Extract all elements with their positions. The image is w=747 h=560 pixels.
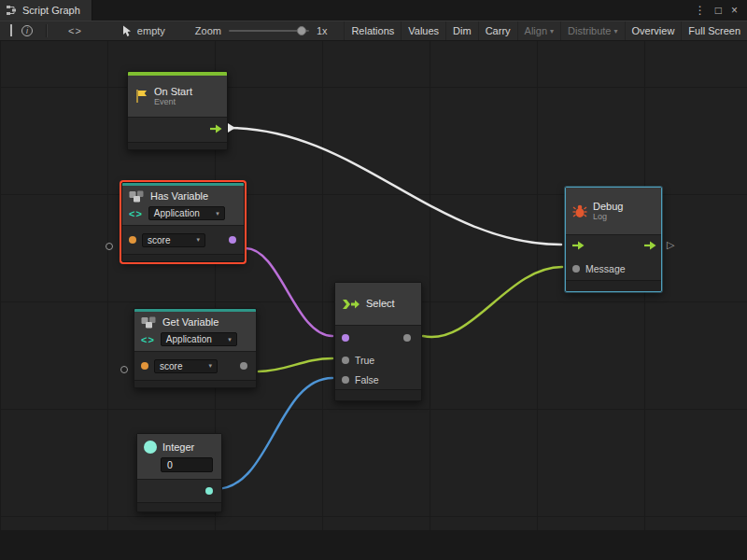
node-debug-log[interactable]: Debug Log: [565, 187, 662, 292]
condition-in-port[interactable]: [342, 334, 349, 342]
variable-name-port[interactable]: [141, 362, 148, 370]
toolbar-buttons: Relations Values Dim Carry Align ▾ Distr…: [344, 21, 747, 40]
titlebar: Script Graph ⋮ □ ×: [0, 0, 747, 21]
flow-out-port[interactable]: [210, 124, 222, 135]
node-title: Has Variable: [150, 190, 208, 203]
message-label: Message: [585, 263, 626, 274]
wire-onstart-to-debuglog[interactable]: [228, 128, 561, 245]
close-icon[interactable]: ×: [726, 4, 742, 17]
value-out-port[interactable]: [403, 334, 411, 342]
node-footer: [134, 380, 256, 387]
zoom-control: Zoom 1x: [195, 25, 328, 36]
debug-log-flow-continue-port[interactable]: ▷: [667, 240, 674, 250]
integer-value-input[interactable]: 0: [161, 457, 213, 472]
cursor-icon: [121, 25, 133, 37]
code-view-icon[interactable]: <>: [68, 25, 82, 36]
selection-label: empty: [137, 25, 165, 36]
node-title: Select: [366, 298, 395, 310]
distribute-button: Distribute ▾: [560, 21, 624, 40]
wire-getvariable-to-select-true[interactable]: [259, 358, 332, 371]
scope-dropdown[interactable]: Application ▾: [161, 332, 237, 346]
variables-icon: [129, 190, 145, 203]
lock-icon[interactable]: [6, 21, 17, 40]
variable-name-dropdown[interactable]: score ▾: [142, 233, 205, 247]
node-footer: [122, 254, 244, 261]
align-button: Align ▾: [517, 21, 560, 40]
chevron-down-icon: ▾: [228, 336, 232, 343]
maximize-icon[interactable]: □: [711, 4, 726, 17]
node-has-variable[interactable]: Has Variable <> Application ▾ score ▾: [121, 182, 245, 262]
on-start-header[interactable]: On Start Event: [128, 76, 227, 117]
integer-header[interactable]: Integer 0: [137, 434, 221, 479]
relations-button[interactable]: Relations: [344, 21, 401, 40]
has-variable-header[interactable]: Has Variable <> Application ▾: [122, 186, 244, 225]
zoom-slider[interactable]: [229, 30, 309, 32]
debug-log-header[interactable]: Debug Log: [566, 188, 661, 234]
info-icon[interactable]: i: [17, 21, 37, 40]
node-subtitle: Event: [154, 97, 192, 106]
flag-icon: [134, 89, 148, 104]
value-out-port[interactable]: [205, 487, 213, 495]
node-title: Get Variable: [162, 316, 218, 329]
node-subtitle: Log: [593, 212, 623, 221]
select-icon: [342, 298, 360, 311]
bug-icon: [572, 204, 587, 218]
chevron-down-icon: ▾: [216, 210, 219, 217]
tab-title: Script Graph: [22, 5, 80, 16]
true-in-port[interactable]: [342, 357, 349, 364]
false-label: False: [355, 374, 379, 385]
node-integer[interactable]: Integer 0: [136, 433, 222, 512]
wire-hasvariable-to-select[interactable]: [246, 248, 332, 336]
window-controls: ⋮ □ ×: [690, 4, 747, 17]
variable-kind-icon: <>: [129, 208, 143, 219]
integer-icon: [144, 441, 157, 454]
variable-kind-icon: <>: [141, 334, 155, 345]
script-graph-window: Script Graph ⋮ □ × i <> empty Zoom: [0, 0, 747, 560]
wire-start-arrow-icon: [228, 123, 235, 133]
node-footer: [335, 389, 421, 400]
fullscreen-button[interactable]: Full Screen: [681, 21, 747, 40]
chevron-down-icon: ▾: [208, 362, 212, 370]
zoom-label: Zoom: [195, 25, 221, 36]
wire-select-to-debuglog-message[interactable]: [423, 267, 562, 337]
chevron-down-icon: ▾: [196, 236, 200, 244]
chevron-down-icon: ▾: [614, 27, 618, 35]
node-title: Debug: [593, 201, 623, 213]
carry-button[interactable]: Carry: [478, 21, 517, 40]
flow-out-port[interactable]: [644, 241, 656, 252]
dim-button[interactable]: Dim: [445, 21, 478, 40]
tab-script-graph[interactable]: Script Graph: [0, 0, 92, 21]
scope-dropdown[interactable]: Application ▾: [148, 206, 225, 220]
value-out-port[interactable]: [229, 236, 236, 244]
node-title: Integer: [162, 441, 194, 454]
variable-name-dropdown[interactable]: score ▾: [154, 359, 218, 373]
script-graph-icon: [6, 5, 17, 16]
overview-button[interactable]: Overview: [625, 21, 682, 40]
select-header[interactable]: Select: [335, 283, 421, 325]
selection-indicator: empty: [121, 25, 165, 37]
node-footer: [128, 142, 227, 149]
value-out-port[interactable]: [240, 362, 247, 370]
get-variable-unconnected-port[interactable]: [120, 366, 128, 373]
node-title: On Start: [154, 86, 192, 98]
flow-in-port[interactable]: [572, 241, 585, 252]
window-menu-icon[interactable]: ⋮: [690, 4, 711, 17]
zoom-slider-handle[interactable]: [297, 26, 306, 35]
message-in-port[interactable]: [572, 265, 580, 273]
get-variable-header[interactable]: Get Variable <> Application ▾: [134, 312, 256, 351]
chevron-down-icon: ▾: [550, 27, 554, 35]
values-button[interactable]: Values: [401, 21, 445, 40]
node-on-start[interactable]: On Start Event: [127, 71, 228, 150]
variables-icon: [141, 316, 157, 329]
has-variable-unconnected-port[interactable]: [106, 243, 113, 250]
wire-integer-to-select-false[interactable]: [216, 378, 332, 489]
node-get-variable[interactable]: Get Variable <> Application ▾ score ▾: [134, 308, 257, 388]
node-footer: [137, 502, 221, 511]
graph-canvas[interactable]: On Start Event: [0, 41, 747, 560]
zoom-value: 1x: [317, 25, 328, 36]
true-label: True: [355, 355, 374, 366]
variable-name-port[interactable]: [129, 236, 136, 244]
false-in-port[interactable]: [342, 376, 349, 384]
node-select[interactable]: Select True False: [334, 282, 422, 401]
graph-toolbar: i <> empty Zoom 1x Relations Values Dim …: [0, 21, 747, 41]
